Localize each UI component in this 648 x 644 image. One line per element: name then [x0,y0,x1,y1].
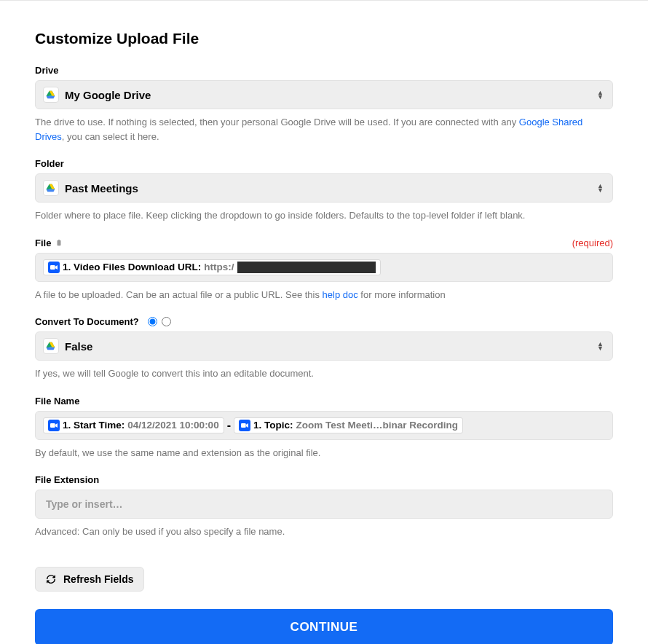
zoom-icon [48,420,60,431]
chevron-updown-icon: ▲▼ [597,342,604,350]
svg-rect-1 [50,423,55,428]
zoom-icon [48,262,60,273]
radio-convert-2[interactable] [162,317,171,326]
google-drive-icon [43,87,59,103]
label-drive: Drive [35,65,59,76]
pill-start-time-value: 04/12/2021 10:00:00 [127,420,218,431]
field-convert: Convert To Document? False ▲▼ If yes, we… [35,316,613,381]
label-folder: Folder [35,158,64,169]
select-folder-value: Past Meetings [65,182,138,195]
radio-convert-1[interactable] [148,317,157,326]
refresh-icon [46,574,56,584]
help-ext: Advanced: Can only be used if you also s… [35,525,613,539]
pill-topic-value: Zoom Test Meeti…binar Recording [296,420,458,431]
field-file: File (required) 1. Video Files Download … [35,237,613,302]
chevron-updown-icon: ▲▼ [597,184,604,192]
select-convert-value: False [65,340,92,353]
pill-topic-label: 1. Topic: [253,420,293,431]
input-file[interactable]: 1. Video Files Download URL: https:/ [35,253,613,282]
page-title: Customize Upload File [35,30,613,47]
svg-rect-2 [241,423,246,428]
zoom-icon [239,420,250,431]
input-filename[interactable]: 1. Start Time: 04/12/2021 10:00:00 - 1. … [35,411,613,440]
help-folder: Folder where to place file. Keep clickin… [35,208,613,223]
separator: - [227,419,231,432]
pill-file-prefix: https:/ [204,262,234,272]
input-ext[interactable] [35,490,613,519]
help-drive: The drive to use. If nothing is selected… [35,115,613,144]
link-help-doc[interactable]: help doc [323,289,358,300]
pill-topic[interactable]: 1. Topic: Zoom Test Meeti…binar Recordin… [234,417,463,433]
refresh-fields-button[interactable]: Refresh Fields [35,567,144,592]
pill-start-time[interactable]: 1. Start Time: 04/12/2021 10:00:00 [43,417,224,433]
pill-start-time-label: 1. Start Time: [63,420,125,431]
help-convert: If yes, we will tell Google to convert t… [35,366,613,381]
field-ext: File Extension Advanced: Can only be use… [35,474,613,539]
pill-file-url[interactable]: 1. Video Files Download URL: https:/ [43,259,381,275]
field-filename: File Name 1. Start Time: 04/12/2021 10:0… [35,396,613,460]
field-folder: Folder Past Meetings ▲▼ Folder where to … [35,158,613,223]
svg-rect-0 [50,265,55,270]
google-drive-icon [43,180,59,196]
chevron-updown-icon: ▲▼ [597,90,604,99]
continue-button[interactable]: CONTINUE [35,609,613,645]
redacted-url [237,262,376,273]
select-drive[interactable]: My Google Drive ▲▼ [35,80,613,109]
select-drive-value: My Google Drive [65,89,151,101]
refresh-label: Refresh Fields [63,573,133,585]
label-file: File [35,237,63,248]
field-drive: Drive My Google Drive ▲▼ The drive to us… [35,65,613,144]
pill-file-label: 1. Video Files Download URL: [63,262,201,272]
required-badge: (required) [572,237,613,248]
label-filename: File Name [35,396,79,407]
label-ext: File Extension [35,474,99,485]
google-drive-icon [43,338,59,354]
select-folder[interactable]: Past Meetings ▲▼ [35,173,613,203]
help-filename: By default, we use the same name and ext… [35,446,613,460]
select-convert[interactable]: False ▲▼ [35,331,613,361]
clipboard-icon [55,239,63,246]
label-convert: Convert To Document? [35,316,171,327]
help-file: A file to be uploaded. Can be an actual … [35,288,613,302]
